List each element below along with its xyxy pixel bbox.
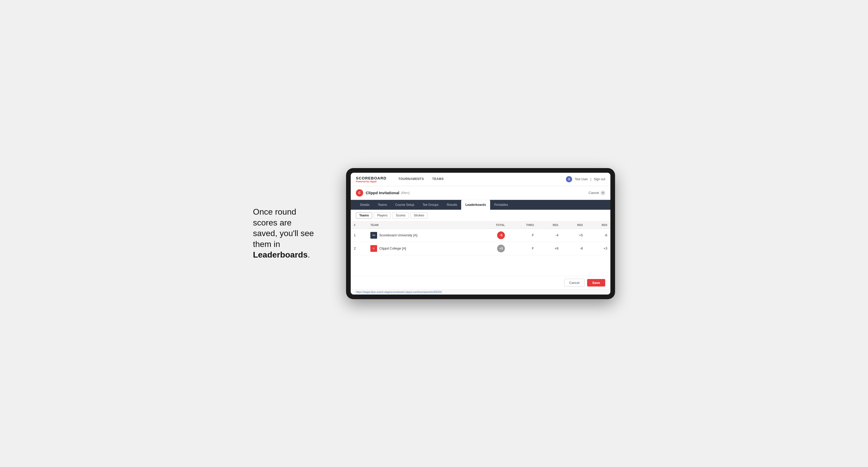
tab-results[interactable]: Results	[442, 200, 461, 210]
left-description: Once round scores are saved, you'll see …	[253, 207, 331, 260]
desc-line5-bold: Leaderboards	[253, 250, 308, 259]
rank-1: 1	[351, 228, 367, 242]
nav-tournaments[interactable]: TOURNAMENTS	[394, 173, 428, 186]
filter-players[interactable]: Players	[374, 212, 391, 218]
tab-teams[interactable]: Teams	[374, 200, 391, 210]
leaderboard-table: # TEAM TOTAL THRU RD1 RD2 RD3 1	[351, 221, 610, 255]
filter-teams[interactable]: Teams	[356, 212, 372, 218]
table-row: 1 SU Scoreboard University [A] -5 F -4	[351, 228, 610, 242]
team-2-logo: C	[370, 245, 377, 252]
thru-1: F	[508, 228, 537, 242]
nav-right: S Test User | Sign out	[566, 176, 605, 182]
col-thru: THRU	[508, 221, 537, 229]
desc-line3: saved, you'll see	[253, 228, 314, 238]
desc-line1: Once round	[253, 207, 296, 216]
tournament-name: Clippd Invitational	[366, 191, 399, 195]
tablet-device: SCOREBOARD Powered by clippd TOURNAMENTS…	[346, 168, 615, 299]
sub-navigation: Details Teams Course Setup Tee Groups Re…	[351, 200, 610, 210]
col-team: TEAM	[367, 221, 476, 229]
tournament-type: (Men)	[401, 191, 410, 195]
rd2-1: +5	[561, 228, 586, 242]
team-2-cell: C Clippd College [A]	[367, 242, 476, 255]
page-wrapper: Once round scores are saved, you'll see …	[253, 168, 615, 299]
team-2: C Clippd College [A]	[370, 245, 473, 252]
logo-text: SCOREBOARD	[356, 176, 386, 180]
tournament-header: C Clippd Invitational (Men) Cancel ✕	[351, 186, 610, 200]
tab-tee-groups[interactable]: Tee Groups	[418, 200, 442, 210]
thru-2: F	[508, 242, 537, 255]
tournament-icon: C	[356, 189, 363, 196]
nav-links: TOURNAMENTS TEAMS	[394, 173, 448, 186]
nav-separator: |	[590, 177, 591, 181]
total-1-cell: -5	[476, 228, 508, 242]
cancel-x-button[interactable]: Cancel ✕	[589, 191, 605, 195]
tab-leaderboards[interactable]: Leaderboards	[461, 200, 490, 210]
table-header-row: # TEAM TOTAL THRU RD1 RD2 RD3	[351, 221, 610, 229]
col-total: TOTAL	[476, 221, 508, 229]
team-1-cell: SU Scoreboard University [A]	[367, 228, 476, 242]
total-1-badge: -5	[497, 231, 505, 239]
cancel-button[interactable]: Cancel	[564, 279, 584, 287]
col-rd3: RD3	[586, 221, 610, 229]
nav-teams[interactable]: TEAMS	[428, 173, 448, 186]
team-1: SU Scoreboard University [A]	[370, 232, 473, 239]
rank-2: 2	[351, 242, 367, 255]
filter-strokes[interactable]: Strokes	[410, 212, 428, 218]
rd2-2: -8	[561, 242, 586, 255]
team-1-logo: SU	[370, 232, 377, 239]
rd1-1: -4	[537, 228, 561, 242]
rd3-2: +3	[586, 242, 610, 255]
tab-details[interactable]: Details	[356, 200, 374, 210]
filter-scores[interactable]: Scores	[392, 212, 409, 218]
total-2-cell: +3	[476, 242, 508, 255]
sign-out-link[interactable]: Sign out	[594, 177, 605, 181]
col-rd1: RD1	[537, 221, 561, 229]
bottom-bar: Cancel Save	[351, 276, 610, 289]
tab-course-setup[interactable]: Course Setup	[391, 200, 418, 210]
table-row: 2 C Clippd College [A] +3 F +8 -8	[351, 242, 610, 255]
col-rank: #	[351, 221, 367, 229]
tab-printables[interactable]: Printables	[490, 200, 512, 210]
close-icon: ✕	[600, 191, 605, 195]
desc-line2: scores are	[253, 218, 291, 227]
logo-subtitle: Powered by clippd	[356, 180, 386, 183]
logo-area: SCOREBOARD Powered by clippd	[356, 176, 386, 183]
cancel-label: Cancel	[589, 191, 599, 195]
col-rd2: RD2	[561, 221, 586, 229]
user-name: Test User	[575, 177, 588, 181]
team-2-name: Clippd College [A]	[379, 246, 406, 250]
rd1-2: +8	[537, 242, 561, 255]
top-navigation: SCOREBOARD Powered by clippd TOURNAMENTS…	[351, 173, 610, 186]
tablet-screen: SCOREBOARD Powered by clippd TOURNAMENTS…	[351, 173, 610, 294]
user-avatar: S	[566, 176, 572, 182]
save-button[interactable]: Save	[587, 279, 605, 286]
filter-bar: Teams Players Scores Strokes	[351, 210, 610, 221]
total-2-badge: +3	[497, 245, 505, 252]
url-bar: https://stage-blue-coach.stagescorerboar…	[351, 289, 610, 294]
rd3-1: -6	[586, 228, 610, 242]
desc-line4: them in	[253, 240, 280, 249]
team-1-name: Scoreboard University [A]	[379, 233, 417, 237]
